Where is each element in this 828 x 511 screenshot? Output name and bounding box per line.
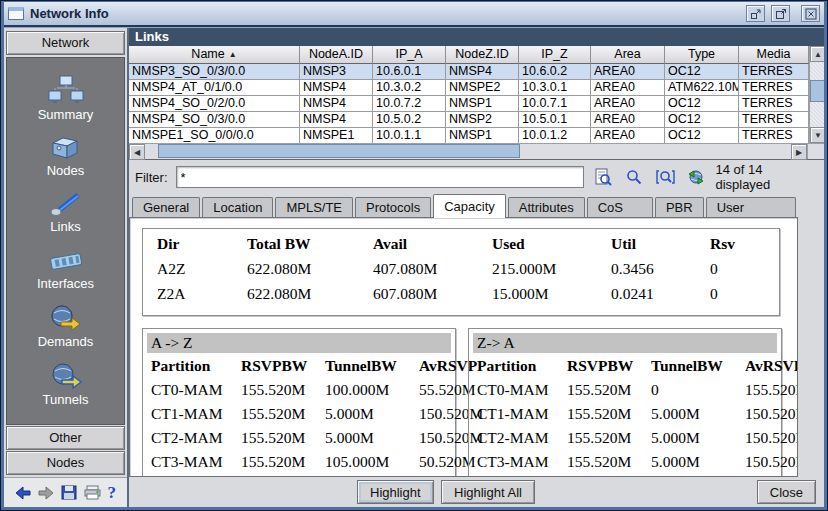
links-cable-icon [48,191,84,217]
document-search-icon [594,168,612,186]
summary-col-totalbw: Total BW [247,235,373,253]
network-info-window: Network Info Network [0,0,828,511]
tab-general[interactable]: General [132,197,200,218]
highlight-button[interactable]: Highlight [357,480,434,504]
table-row[interactable]: NMSP4_SO_0/2/0.0NMSP410.0.7.2NMSP110.0.7… [129,96,809,112]
links-table-header-row: Name▲ NodeA.ID IP_A NodeZ.ID IP_Z Area T… [129,46,809,64]
summary-col-dir: Dir [157,235,247,253]
links-panel-title: Links [129,28,824,46]
network-button[interactable]: Network [6,31,125,55]
float-icon [750,8,762,20]
demands-globe-icon [48,304,82,332]
column-header-type[interactable]: Type [665,46,739,64]
table-row[interactable]: NMSPE1_SO_0/0/0.0NMSPE110.0.1.1NMSP110.0… [129,128,809,143]
sidebar: Network Summary [4,28,129,507]
close-window-button[interactable] [801,5,820,22]
table-row[interactable]: NMSP4_AT_0/1/0.0NMSP410.3.0.2NMSPE210.3.… [129,80,809,96]
scroll-left-icon[interactable]: ◀ [129,144,145,160]
scroll-down-icon[interactable]: ▼ [810,127,824,143]
summary-col-util: Util [611,235,710,253]
tab-bar: General Location MPLS/TE Protocols Capac… [129,194,798,218]
sidebar-item-nodes[interactable]: Nodes [47,135,85,178]
capacity-summary-table: Dir Total BW Avail Used Util Rsv A2Z622.… [142,228,780,316]
table-row[interactable]: NMSP3_SO_0/3/0.0NMSP310.6.0.1NMSP410.6.0… [129,64,809,80]
sidebar-item-tunnels[interactable]: Tunnels [43,362,89,407]
tab-mpls-te[interactable]: MPLS/TE [275,197,353,218]
float-window-button[interactable] [746,5,765,22]
maximize-icon [775,8,787,20]
scrollbar-corner [807,144,824,159]
horizontal-scrollbar[interactable]: ◀ ▶ [129,143,824,159]
column-header-ip-a[interactable]: IP_A [373,46,446,64]
table-row[interactable]: NMSP4_SO_0/3/0.0NMSP410.5.0.2NMSP210.5.0… [129,112,809,128]
titlebar-drag-area[interactable] [125,2,740,25]
scroll-right-icon[interactable]: ▶ [791,144,807,160]
filter-bar: Filter: 14 of 14 displayed [129,160,824,194]
a2z-table-title: A -> Z [147,333,451,353]
help-icon[interactable]: ? [108,483,117,503]
column-header-nodea-id[interactable]: NodeA.ID [300,46,373,64]
summary-computers-icon [47,75,85,105]
tab-protocols[interactable]: Protocols [355,197,431,218]
summary-col-used: Used [492,235,611,253]
sidebar-item-label: Summary [38,107,94,122]
tab-cos-policy[interactable]: CoS Policy [587,197,653,218]
z2a-partition-table: Z-> A PartitionRSVPBWTunnelBWAvRSVP CT0-… [468,328,782,477]
nodes-box-icon [47,135,83,161]
tab-pbr[interactable]: PBR [655,197,704,218]
sidebar-item-demands[interactable]: Demands [38,304,94,349]
window-icon [8,7,24,20]
column-header-name[interactable]: Name▲ [129,46,300,64]
tab-capacity[interactable]: Capacity [433,194,506,218]
forward-icon[interactable] [38,486,54,500]
column-header-area[interactable]: Area [591,46,665,64]
sidebar-item-label: Links [50,219,80,234]
tunnels-globe-icon [49,362,83,390]
sidebar-item-links[interactable]: Links [48,191,84,234]
sidebar-item-label: Demands [38,334,94,349]
close-button[interactable]: Close [757,480,816,504]
summary-col-rsv: Rsv [710,235,779,253]
other-button[interactable]: Other [6,426,125,450]
search-area-icon [656,169,675,185]
filter-status: 14 of 14 displayed [715,162,816,192]
filter-input[interactable] [176,166,584,188]
sidebar-item-label: Interfaces [37,276,94,291]
back-icon[interactable] [15,486,31,500]
search-icon [626,169,642,185]
scroll-up-icon[interactable]: ▲ [810,46,824,62]
sidebar-item-label: Tunnels [43,392,89,407]
main-panel: Links Name▲ NodeA.ID IP_A NodeZ.ID IP_Z … [129,28,824,507]
filter-search-area-button[interactable] [654,166,677,188]
print-icon[interactable] [84,485,101,500]
save-icon[interactable] [61,485,77,500]
summary-col-avail: Avail [373,235,492,253]
highlight-all-button[interactable]: Highlight All [441,480,535,504]
sidebar-item-interfaces[interactable]: Interfaces [37,248,94,291]
maximize-window-button[interactable] [771,5,790,22]
column-header-nodez-id[interactable]: NodeZ.ID [446,46,519,64]
filter-label: Filter: [135,170,168,185]
footer-bar: Highlight Highlight All Close [129,477,824,507]
titlebar[interactable]: Network Info [4,2,824,27]
tab-location[interactable]: Location [202,197,273,218]
filter-search-button[interactable] [623,166,646,188]
tab-user-parameters[interactable]: User Parameters [706,197,796,218]
vertical-scroll-thumb[interactable] [810,80,824,102]
horizontal-scroll-thumb[interactable] [158,144,520,158]
filter-refresh-network-button[interactable] [685,166,708,188]
filter-preview-button[interactable] [592,166,615,188]
tab-attributes[interactable]: Attributes [508,197,585,218]
column-header-media[interactable]: Media [739,46,809,64]
nodes-button[interactable]: Nodes [6,451,125,475]
interfaces-connector-icon [47,248,85,274]
column-header-ip-z[interactable]: IP_Z [519,46,591,64]
globe-refresh-icon [687,169,705,186]
vertical-scrollbar[interactable]: ▲ ▼ [809,46,824,143]
sidebar-nav-panel: Summary Nodes [6,57,125,425]
capacity-tab-panel: Dir Total BW Avail Used Util Rsv A2Z622.… [129,217,798,477]
close-icon [805,8,817,20]
sidebar-toolbar: ? [4,477,127,507]
sidebar-item-summary[interactable]: Summary [38,75,94,122]
sidebar-item-label: Nodes [47,163,85,178]
